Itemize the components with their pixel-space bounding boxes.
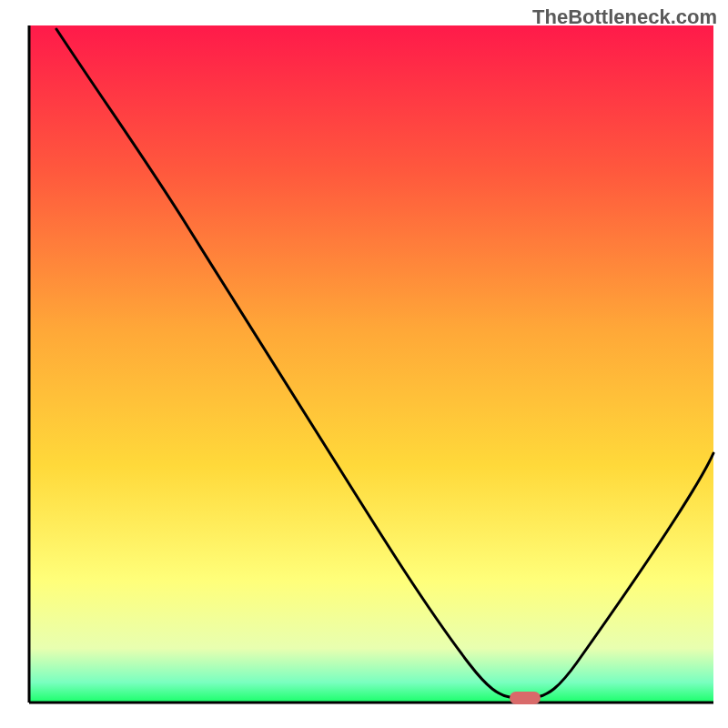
plot-background: [29, 25, 713, 703]
trough-marker: [510, 692, 541, 704]
watermark-label: TheBottleneck.com: [532, 5, 717, 29]
bottleneck-chart: TheBottleneck.com: [0, 0, 728, 728]
chart-svg: [0, 0, 728, 728]
